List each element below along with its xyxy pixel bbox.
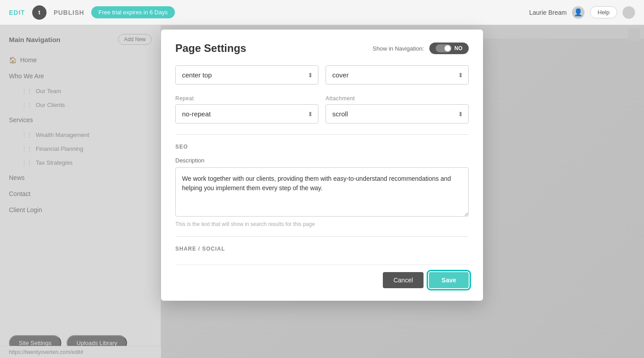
size-select[interactable]: cover contain auto (326, 65, 469, 85)
description-label: Description (175, 157, 469, 164)
help-button[interactable]: Help (590, 6, 617, 18)
modal-title: Page Settings (175, 42, 246, 55)
edit-button[interactable]: EDIT (9, 9, 25, 16)
nav-toggle-row: Show in Navigation: NO (373, 43, 469, 54)
user-icon: 👤 (572, 6, 585, 19)
avatar: t (32, 5, 47, 20)
trial-badge: Free trial expires in 6 Days (91, 6, 175, 18)
save-button[interactable]: Save (429, 272, 469, 288)
repeat-label: Repeat (175, 95, 318, 102)
show-in-nav-label: Show in Navigation: (373, 45, 424, 52)
publish-button[interactable]: PUBLISH (54, 9, 84, 16)
size-select-wrapper: cover contain auto ⬍ (326, 65, 469, 85)
attachment-group: Attachment scroll fixed local ⬍ (326, 95, 469, 124)
user-name: Laurie Bream (529, 9, 567, 16)
toggle-switch[interactable] (436, 44, 452, 52)
share-social-label: SHARE / SOCIAL (175, 246, 469, 252)
seo-divider (175, 134, 469, 135)
show-in-navigation-toggle[interactable]: NO (429, 43, 469, 54)
share-divider (175, 236, 469, 237)
repeat-attachment-row: Repeat no-repeat repeat repeat-x repeat-… (175, 95, 469, 124)
position-select[interactable]: center top center center center bottom l… (175, 65, 318, 85)
repeat-select-wrapper: no-repeat repeat repeat-x repeat-y ⬍ (175, 104, 318, 124)
attachment-label: Attachment (326, 95, 469, 102)
description-hint: This is the text that will show in searc… (175, 221, 469, 227)
top-bar-left: EDIT t PUBLISH Free trial expires in 6 D… (9, 5, 175, 20)
repeat-group: Repeat no-repeat repeat repeat-x repeat-… (175, 95, 318, 124)
top-bar: EDIT t PUBLISH Free trial expires in 6 D… (0, 0, 644, 25)
page-settings-modal: Page Settings Show in Navigation: NO cen… (161, 30, 483, 301)
attachment-select-wrapper: scroll fixed local ⬍ (326, 104, 469, 124)
description-textarea[interactable]: We work together with our clients, provi… (175, 167, 469, 217)
attachment-select[interactable]: scroll fixed local (326, 104, 469, 124)
modal-header: Page Settings Show in Navigation: NO (175, 42, 469, 55)
position-size-row: center top center center center bottom l… (175, 65, 469, 85)
modal-overlay: Page Settings Show in Navigation: NO cen… (0, 25, 644, 358)
profile-icon[interactable] (623, 6, 635, 19)
position-select-wrapper: center top center center center bottom l… (175, 65, 318, 85)
repeat-select[interactable]: no-repeat repeat repeat-x repeat-y (175, 104, 318, 124)
toggle-value: NO (454, 45, 462, 51)
top-bar-right: Laurie Bream 👤 Help (529, 6, 635, 19)
cancel-button[interactable]: Cancel (383, 272, 424, 288)
seo-section-label: SEO (175, 144, 469, 150)
modal-footer: Cancel Save (175, 264, 469, 288)
